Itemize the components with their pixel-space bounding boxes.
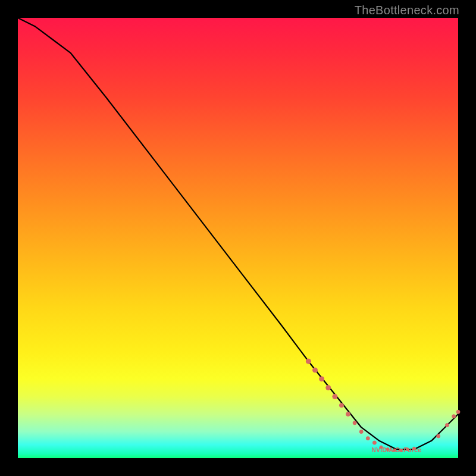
marker-dot [313, 368, 318, 372]
marker-dot [366, 437, 369, 440]
chart-stage: TheBottleneck.com NVIDIA GeForce [0, 0, 476, 476]
marker-dot [306, 359, 311, 364]
marker-dot [320, 377, 324, 381]
marker-dot [372, 441, 376, 444]
marker-dot [446, 424, 449, 427]
watermark-text: TheBottleneck.com [355, 4, 459, 17]
trough-label: NVIDIA GeForce [371, 447, 421, 453]
marker-dot [452, 415, 456, 418]
marker-dot [456, 410, 460, 414]
chart-overlay: NVIDIA GeForce [18, 18, 458, 458]
marker-dot [437, 434, 440, 438]
marker-dot [359, 430, 363, 434]
marker-cluster [306, 359, 460, 452]
marker-dot [346, 412, 350, 416]
marker-dot [353, 421, 356, 425]
bottleneck-curve [18, 18, 458, 449]
marker-dot [326, 386, 331, 390]
marker-dot [333, 394, 337, 399]
marker-dot [339, 403, 343, 408]
